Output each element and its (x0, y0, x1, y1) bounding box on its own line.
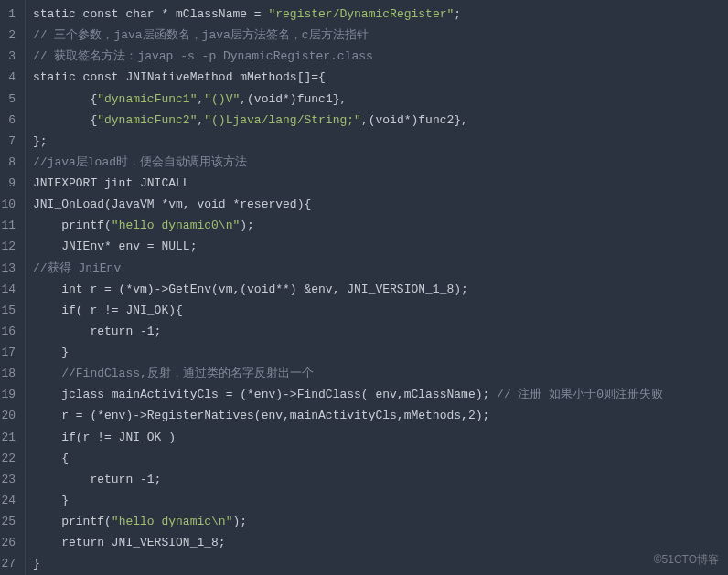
line-number: 13 (0, 258, 19, 279)
code-line: static const JNINativeMethod mMethods[]=… (33, 67, 728, 88)
code-token: ,(void*)func2}, (361, 113, 468, 127)
code-token: "()Ljava/lang/String;" (204, 113, 361, 127)
line-number: 4 (0, 67, 19, 88)
code-line: // 三个参数，java层函数名，java层方法签名，c层方法指针 (33, 25, 728, 46)
code-line: static const char * mClassName = "regist… (33, 4, 728, 25)
line-number: 22 (0, 448, 19, 469)
code-line: {"dynamicFunc1","()V",(void*)func1}, (33, 89, 728, 110)
code-token: ,(void*)func1}, (240, 92, 347, 106)
code-token: "dynamicFunc2" (97, 113, 197, 127)
code-line: printf("hello dynamic0\n"); (33, 215, 728, 236)
code-token: "hello dynamic\n" (112, 515, 233, 528)
line-number: 7 (0, 131, 19, 152)
line-number: 8 (0, 152, 19, 173)
code-token: //FindClass,反射，通过类的名字反射出一个 (33, 367, 314, 380)
code-token: "hello dynamic0\n" (112, 218, 240, 232)
code-token: printf( (33, 515, 112, 528)
code-token: }; (33, 134, 48, 148)
code-line: //java层load时，便会自动调用该方法 (33, 152, 728, 173)
code-token: //java层load时，便会自动调用该方法 (33, 155, 247, 169)
code-line: return -1; (33, 321, 728, 342)
code-line: JNI_OnLoad(JavaVM *vm, void *reserved){ (33, 194, 728, 215)
code-line: } (33, 490, 728, 511)
line-number: 12 (0, 236, 19, 257)
code-editor: 1234567891011121314151617181920212223242… (0, 0, 728, 575)
line-number: 25 (0, 511, 19, 532)
code-token: "register/DynamicRegister" (268, 7, 454, 21)
code-line: JNIEXPORT jint JNICALL (33, 173, 728, 194)
code-token: JNI_OnLoad(JavaVM *vm, void *reserved){ (33, 197, 311, 211)
code-token: //获得 JniEnv (33, 261, 121, 275)
code-token: { (33, 452, 69, 465)
code-line: //FindClass,反射，通过类的名字反射出一个 (33, 363, 728, 384)
line-number: 5 (0, 89, 19, 110)
code-token: ; (454, 7, 461, 21)
line-number: 3 (0, 46, 19, 67)
code-token: static const JNINativeMethod mMethods[]=… (33, 70, 326, 84)
line-number: 2 (0, 25, 19, 46)
line-number: 21 (0, 427, 19, 448)
code-token: { (33, 92, 97, 106)
code-token: // 三个参数，java层函数名，java层方法签名，c层方法指针 (33, 28, 369, 42)
code-line: printf("hello dynamic\n"); (33, 511, 728, 532)
line-number: 6 (0, 110, 19, 131)
code-line: return -1; (33, 469, 728, 490)
code-token: return JNI_VERSION_1_8; (33, 536, 226, 549)
code-token: } (33, 494, 69, 507)
line-number-gutter: 1234567891011121314151617181920212223242… (0, 0, 26, 575)
code-token: ); (240, 218, 254, 232)
line-number: 16 (0, 321, 19, 342)
code-token: { (33, 113, 97, 127)
code-token: return -1; (33, 325, 161, 338)
line-number: 26 (0, 532, 19, 553)
code-line: } (33, 342, 728, 363)
line-number: 24 (0, 490, 19, 511)
watermark: ©51CTO博客 (654, 550, 719, 570)
code-token: } (33, 557, 40, 570)
line-number: 9 (0, 173, 19, 194)
code-line: jclass mainActivityCls = (*env)->FindCla… (33, 384, 728, 405)
code-token: } (33, 346, 69, 359)
code-token: if(r != JNI_OK ) (33, 431, 176, 444)
line-number: 27 (0, 553, 19, 574)
code-line: { (33, 448, 728, 469)
code-token: // 注册 如果小于0则注册失败 (497, 388, 663, 401)
code-token: jclass mainActivityCls = (*env)->FindCla… (33, 388, 497, 401)
code-token: JNIEnv* env = NULL; (33, 240, 197, 253)
code-token: return -1; (33, 473, 161, 486)
code-token: "()V" (204, 92, 240, 106)
code-line: }; (33, 131, 728, 152)
line-number: 1 (0, 4, 19, 25)
code-line: {"dynamicFunc2","()Ljava/lang/String;",(… (33, 110, 728, 131)
code-line: if(r != JNI_OK ) (33, 427, 728, 448)
line-number: 20 (0, 405, 19, 426)
code-token: ); (232, 515, 247, 528)
line-number: 17 (0, 342, 19, 363)
line-number: 15 (0, 300, 19, 321)
code-token: if( r != JNI_OK){ (33, 303, 183, 317)
code-line: JNIEnv* env = NULL; (33, 236, 728, 257)
code-token: // 获取签名方法：javap -s -p DynamicRegister.cl… (33, 49, 373, 63)
line-number: 18 (0, 363, 19, 384)
code-token: r = (*env)->RegisterNatives(env,mainActi… (33, 409, 489, 422)
line-number: 10 (0, 194, 19, 215)
line-number: 19 (0, 384, 19, 405)
line-number: 23 (0, 469, 19, 490)
code-token: printf( (33, 218, 112, 232)
code-line: r = (*env)->RegisterNatives(env,mainActi… (33, 405, 728, 426)
code-line: int r = (*vm)->GetEnv(vm,(void**) &env, … (33, 279, 728, 300)
code-line: //获得 JniEnv (33, 258, 728, 279)
code-token: "dynamicFunc1" (97, 92, 197, 106)
code-token: JNIEXPORT jint JNICALL (33, 176, 190, 190)
code-line: return JNI_VERSION_1_8; (33, 532, 728, 553)
code-line: if( r != JNI_OK){ (33, 300, 728, 321)
code-line: } (33, 553, 728, 574)
code-token: int r = (*vm)->GetEnv(vm,(void**) &env, … (33, 282, 468, 296)
line-number: 11 (0, 215, 19, 236)
code-line: // 获取签名方法：javap -s -p DynamicRegister.cl… (33, 46, 728, 67)
line-number: 14 (0, 279, 19, 300)
code-token: static const char * mClassName = (33, 7, 268, 21)
code-area: static const char * mClassName = "regist… (26, 0, 728, 575)
